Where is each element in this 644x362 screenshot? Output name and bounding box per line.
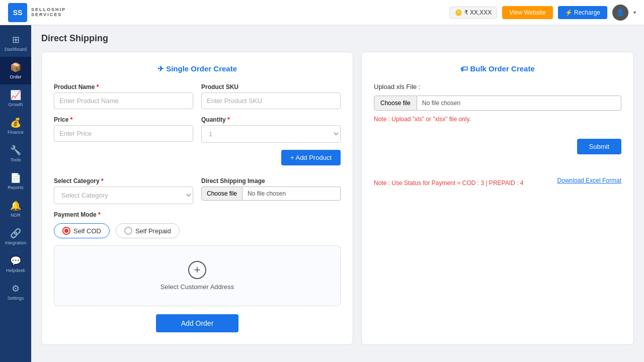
add-order-button[interactable]: Add Order: [156, 314, 239, 332]
sidebar-label-integration: Integration: [5, 240, 27, 245]
quantity-label: Quantity *: [201, 116, 341, 123]
payment-option-self-cod[interactable]: Self COD: [54, 223, 110, 238]
ndr-icon: 🔔: [10, 200, 21, 211]
sidebar-item-settings[interactable]: ⚙ Settings: [0, 278, 31, 306]
sidebar-label-order: Order: [10, 74, 21, 79]
sidebar-item-order[interactable]: 📦 Order: [0, 57, 31, 84]
shipping-image-file-button[interactable]: Choose file: [201, 187, 243, 201]
bulk-order-title: 🏷 Bulk Order Create: [374, 64, 621, 73]
category-image-row: Select Category * Select Category Direct…: [54, 177, 341, 204]
product-sku-group: Product SKU: [201, 83, 341, 109]
product-name-sku-row: Product Name * Product SKU: [54, 83, 341, 109]
self-cod-label: Self COD: [73, 227, 101, 235]
cards-row: ✈ Single Order Create Product Name * Pro…: [41, 52, 634, 345]
growth-icon: 📈: [10, 89, 21, 101]
bulk-upload-label: Upload xls File :: [374, 83, 621, 90]
sidebar-item-finance[interactable]: 💰 Finance: [0, 112, 31, 140]
sidebar-item-reports[interactable]: 📄 Reports: [0, 167, 31, 195]
radio-dot-self-cod: [62, 227, 70, 235]
tools-icon: 🔧: [10, 145, 21, 156]
order-icon: 📦: [10, 62, 21, 73]
recharge-button[interactable]: ⚡ Recharge: [558, 6, 607, 19]
select-customer-address-box[interactable]: + Select Customer Address: [54, 245, 341, 306]
bulk-file-row: Choose file No file chosen: [374, 96, 621, 111]
add-order-row: Add Order: [54, 314, 341, 332]
topbar: SS SELLOSHIP SERVICES 🪙 ₹ XX,XXX View We…: [0, 0, 644, 25]
product-sku-label: Product SKU: [201, 83, 341, 90]
sidebar-label-growth: Growth: [8, 102, 23, 107]
reports-icon: 📄: [10, 172, 21, 184]
sidebar-label-tools: Tools: [10, 157, 21, 162]
view-website-button[interactable]: View Website: [502, 6, 552, 19]
single-order-card: ✈ Single Order Create Product Name * Pro…: [41, 52, 353, 345]
sidebar-item-tools[interactable]: 🔧 Tools: [0, 140, 31, 167]
add-product-button[interactable]: + Add Product: [281, 150, 341, 165]
category-select[interactable]: Select Category: [54, 187, 193, 204]
payment-mode-label: Payment Mode *: [54, 211, 341, 218]
integration-icon: 🔗: [10, 228, 21, 239]
self-prepaid-label: Self Prepaid: [135, 227, 171, 235]
page-title: Direct Shipping: [41, 33, 634, 44]
avatar[interactable]: 👤: [612, 5, 628, 21]
main-layout: ⊞ Dashboard 📦 Order 📈 Growth 💰 Finance 🔧…: [0, 25, 644, 362]
sidebar-item-dashboard[interactable]: ⊞ Dashboard: [0, 29, 31, 57]
logo: SS SELLOSHIP SERVICES: [8, 3, 66, 22]
sidebar-label-settings: Settings: [8, 296, 24, 301]
content-area: Direct Shipping ✈ Single Order Create Pr…: [31, 25, 644, 362]
sidebar-label-finance: Finance: [8, 130, 24, 135]
sidebar-label-dashboard: Dashboard: [5, 47, 27, 52]
price-group: Price *: [54, 116, 193, 143]
sidebar-item-growth[interactable]: 📈 Growth: [0, 84, 31, 112]
download-excel-link[interactable]: Download Excel Format: [557, 177, 621, 184]
finance-icon: 💰: [10, 117, 21, 128]
topbar-right: 🪙 ₹ XX,XXX View Website ⚡ Recharge 👤 ▾: [449, 5, 636, 21]
price-label: Price *: [54, 116, 193, 123]
category-group: Select Category * Select Category: [54, 177, 193, 204]
payment-option-self-prepaid[interactable]: Self Prepaid: [116, 223, 180, 238]
sidebar-item-integration[interactable]: 🔗 Integration: [0, 223, 31, 250]
add-product-row: + Add Product: [54, 150, 341, 170]
category-label: Select Category *: [54, 177, 193, 185]
bulk-submit-button[interactable]: Submit: [577, 139, 621, 154]
bulk-note-payment: Note : Use Status for Payment = COD : 3 …: [374, 179, 523, 187]
logo-text-block: SELLOSHIP SERVICES: [31, 8, 66, 18]
single-order-title: ✈ Single Order Create: [54, 64, 341, 73]
bulk-note-file-type: Note : Upload "xls" or "xlsx" file only.: [374, 116, 621, 123]
select-address-text: Select Customer Address: [160, 283, 234, 291]
radio-dot-self-prepaid: [124, 227, 132, 235]
sidebar-item-helpdesk[interactable]: 💬 Helpdesk: [0, 250, 31, 278]
shipping-image-file-text: No file chosen: [243, 187, 341, 201]
shipping-image-group: Direct Shipping Image Choose file No fil…: [201, 177, 341, 204]
price-input[interactable]: [54, 125, 193, 142]
logo-name: SELLOSHIP SERVICES: [31, 8, 66, 18]
product-name-input[interactable]: [54, 93, 193, 109]
shipping-image-file-row: Choose file No file chosen: [201, 187, 341, 201]
quantity-group: Quantity * 1 2 3: [201, 116, 341, 143]
price-quantity-row: Price * Quantity * 1 2 3: [54, 116, 341, 143]
bulk-order-card: 🏷 Bulk Order Create Upload xls File : Ch…: [361, 52, 634, 345]
balance-value: ₹ XX,XXX: [464, 9, 492, 16]
wallet-icon: 🪙: [455, 9, 462, 16]
product-name-label: Product Name *: [54, 83, 193, 90]
bulk-file-button[interactable]: Choose file: [374, 96, 417, 111]
balance-badge: 🪙 ₹ XX,XXX: [449, 7, 498, 19]
sidebar-label-reports: Reports: [8, 185, 24, 190]
bulk-footer: Note : Use Status for Payment = COD : 3 …: [374, 174, 621, 187]
shipping-image-label: Direct Shipping Image: [201, 177, 341, 185]
product-sku-input[interactable]: [201, 93, 341, 109]
sidebar-item-ndr[interactable]: 🔔 NDR: [0, 195, 31, 223]
sidebar-label-helpdesk: Helpdesk: [6, 268, 25, 273]
plus-circle-icon: +: [188, 261, 206, 279]
payment-mode-group: Payment Mode * Self COD Self Prepaid: [54, 211, 341, 238]
quantity-select[interactable]: 1 2 3: [201, 125, 341, 143]
settings-icon: ⚙: [12, 283, 20, 294]
chevron-down-icon[interactable]: ▾: [633, 10, 636, 15]
sidebar: ⊞ Dashboard 📦 Order 📈 Growth 💰 Finance 🔧…: [0, 25, 31, 362]
product-name-group: Product Name *: [54, 83, 193, 109]
payment-mode-options: Self COD Self Prepaid: [54, 223, 341, 238]
dashboard-icon: ⊞: [12, 34, 20, 45]
logo-icon: SS: [8, 3, 27, 22]
sidebar-label-ndr: NDR: [11, 213, 21, 218]
helpdesk-icon: 💬: [10, 255, 21, 266]
bulk-file-text: No file chosen: [417, 96, 621, 111]
